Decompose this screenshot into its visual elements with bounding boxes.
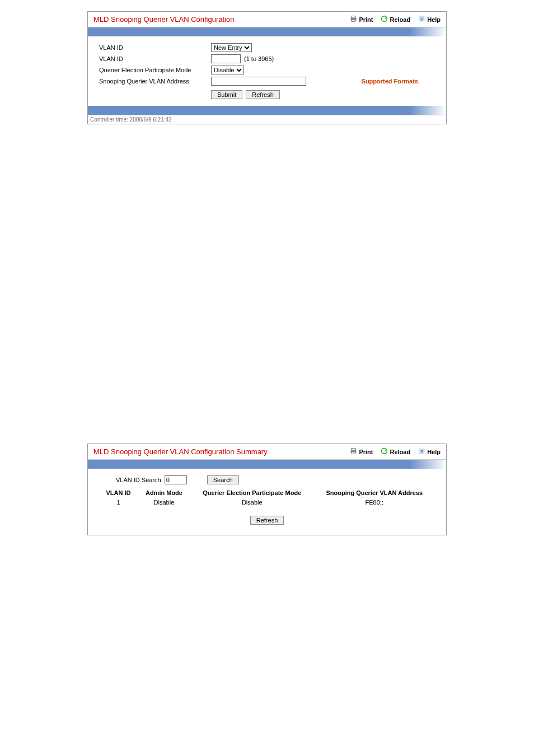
panel-title: MLD Snooping Querier VLAN Configuration	[93, 15, 234, 24]
reload-icon	[381, 15, 388, 24]
svg-rect-0	[352, 16, 356, 18]
vlan-id-input-label: VLAN ID	[99, 55, 211, 62]
panel-header: MLD Snooping Querier VLAN Configuration …	[88, 444, 446, 460]
panel-actions: Print Reload ? Help	[350, 447, 441, 456]
table-row: 1 Disable Disable FE80::	[99, 498, 435, 507]
vlan-id-select[interactable]: New Entry	[211, 43, 252, 52]
vlan-id-input[interactable]	[211, 54, 241, 63]
refresh-row	[99, 516, 435, 525]
reload-button[interactable]: Reload	[381, 15, 410, 24]
svg-text:?: ?	[420, 17, 423, 22]
refresh-button[interactable]	[250, 516, 284, 525]
print-label: Print	[359, 16, 373, 23]
vlan-id-select-label: VLAN ID	[99, 44, 211, 51]
col-vlan-id: VLAN ID	[99, 488, 138, 498]
cell-admin-mode: Disable	[138, 498, 190, 507]
table-header-row: VLAN ID Admin Mode Querier Election Part…	[99, 488, 435, 498]
submit-button[interactable]	[211, 90, 242, 99]
svg-rect-8	[352, 452, 356, 454]
print-button[interactable]: Print	[350, 15, 373, 24]
divider-bar	[88, 460, 446, 469]
print-icon	[350, 447, 357, 456]
svg-rect-2	[352, 20, 356, 21]
controller-time: Controller time: 2008/6/9 6:21:42	[88, 115, 446, 124]
reload-button[interactable]: Reload	[381, 447, 410, 456]
snooping-addr-input[interactable]	[211, 77, 306, 86]
col-querier-mode: Querier Election Participate Mode	[190, 488, 313, 498]
print-label: Print	[359, 449, 373, 455]
reload-icon	[381, 447, 388, 456]
reload-label: Reload	[390, 449, 410, 455]
svg-rect-6	[352, 449, 356, 450]
print-button[interactable]: Print	[350, 447, 373, 456]
col-snooping-addr: Snooping Querier VLAN Address	[313, 488, 435, 498]
vlan-search-label: VLAN ID Search	[116, 477, 161, 483]
row-vlan-select: VLAN ID New Entry	[99, 43, 435, 52]
search-button[interactable]	[207, 475, 239, 484]
help-button[interactable]: ? Help	[418, 15, 441, 24]
panel-header: MLD Snooping Querier VLAN Configuration …	[88, 12, 446, 27]
help-button[interactable]: ? Help	[418, 447, 441, 456]
row-querier-mode: Querier Election Participate Mode Disabl…	[99, 66, 435, 74]
panel-title: MLD Snooping Querier VLAN Configuration …	[93, 447, 268, 456]
vlan-search-input[interactable]	[165, 475, 187, 484]
button-row	[211, 90, 435, 99]
mld-querier-vlan-summary-panel: MLD Snooping Querier VLAN Configuration …	[87, 444, 447, 535]
search-row: VLAN ID Search	[116, 475, 435, 484]
supported-formats-link[interactable]: Supported Formats	[362, 78, 435, 85]
row-snooping-addr: Snooping Querier VLAN Address Supported …	[99, 77, 435, 86]
divider-bar	[88, 27, 446, 36]
svg-text:?: ?	[420, 449, 423, 454]
querier-mode-select[interactable]: Disable	[211, 66, 244, 74]
cell-snooping-addr: FE80::	[313, 498, 435, 507]
help-icon: ?	[418, 447, 425, 456]
help-icon: ?	[418, 15, 425, 24]
panel-body: VLAN ID Search VLAN ID Admin Mode Querie…	[88, 469, 446, 535]
panel-body: VLAN ID New Entry VLAN ID (1 to 3965) Qu…	[88, 36, 446, 106]
col-admin-mode: Admin Mode	[138, 488, 190, 498]
refresh-button[interactable]	[246, 90, 280, 99]
divider-bar	[88, 106, 446, 115]
summary-table: VLAN ID Admin Mode Querier Election Part…	[99, 488, 435, 507]
cell-vlan-id: 1	[99, 498, 138, 507]
cell-querier-mode: Disable	[190, 498, 313, 507]
querier-mode-label: Querier Election Participate Mode	[99, 67, 211, 73]
panel-actions: Print Reload ? Help	[350, 15, 441, 24]
help-label: Help	[427, 16, 441, 23]
mld-querier-vlan-config-panel: MLD Snooping Querier VLAN Configuration …	[87, 11, 447, 124]
reload-label: Reload	[390, 16, 410, 23]
vlan-id-range: (1 to 3965)	[244, 55, 274, 62]
row-vlan-input: VLAN ID (1 to 3965)	[99, 54, 435, 63]
snooping-addr-label: Snooping Querier VLAN Address	[99, 78, 211, 85]
help-label: Help	[427, 449, 441, 455]
print-icon	[350, 15, 357, 24]
